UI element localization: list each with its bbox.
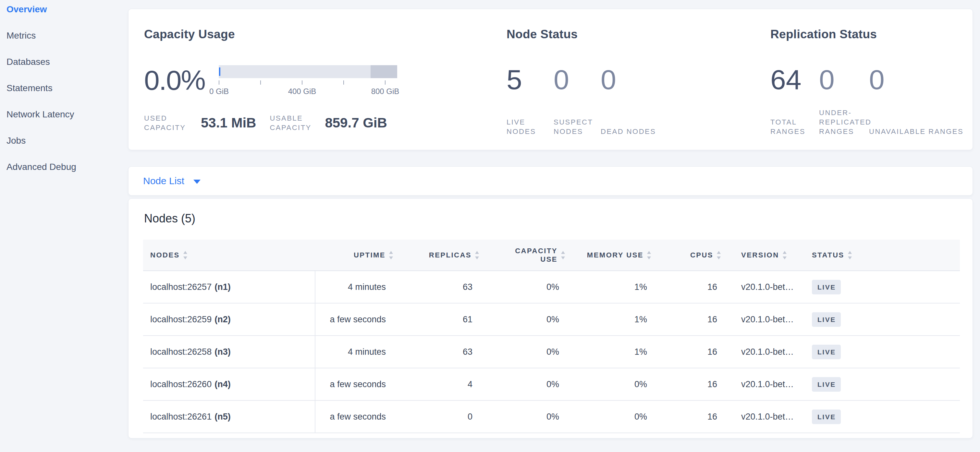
node-address: localhost:26257 [150,282,212,292]
under-replicated-ranges-label: UNDER-REPLICATED RANGES [819,108,869,136]
cpus-cell: 16 [652,401,722,433]
node-id: (n3) [215,347,231,357]
chevron-down-icon [193,180,200,184]
status-badge: LIVE [812,345,841,359]
column-header-cpus[interactable]: CPUS [652,251,722,260]
sidebar-item-databases[interactable]: Databases [6,56,76,67]
uptime-cell: a few seconds [315,368,395,400]
status-badge: LIVE [812,280,841,294]
status-badge: LIVE [812,409,841,424]
node-cell: localhost:26257 (n1) [143,271,315,303]
sort-icon [647,251,651,260]
table-row: localhost:26260 (n4) a few seconds 4 0% … [143,368,960,401]
replicas-cell: 63 [395,336,480,368]
node-status-labels: LIVE NODES SUSPECT NODES DEAD NODES [507,106,656,136]
nodes-table-header: NODES UPTIME REPLICAS CAPACITY USE MEMOR… [143,239,960,271]
replication-values: 64 0 0 [770,65,885,94]
sort-icon [389,251,393,260]
gauge-tick-600gib [343,81,344,85]
version-cell: v20.1.0-bet… [722,303,805,335]
node-address-link[interactable]: localhost:26261 (n5) [150,412,231,422]
capacity-use-cell: 0% [480,271,566,303]
sort-icon [783,251,787,260]
column-header-version[interactable]: VERSION [722,251,805,260]
node-address: localhost:26259 [150,314,212,325]
nodes-table-title: Nodes (5) [144,212,195,225]
sidebar-item-metrics[interactable]: Metrics [6,30,76,41]
capacity-usage-title: Capacity Usage [144,27,235,41]
column-header-nodes[interactable]: NODES [143,251,315,260]
sort-icon [848,251,852,260]
gauge-tick-200gib [260,81,261,85]
cpus-cell: 16 [652,368,722,400]
nodes-table-card: Nodes (5) NODES UPTIME REPLICAS CAPACITY… [128,198,973,438]
gauge-tick-400gib [302,81,302,85]
dead-nodes-label: DEAD NODES [601,127,656,136]
sidebar-item-network-latency[interactable]: Network Latency [6,109,76,120]
status-cell: LIVE [805,368,960,400]
sidebar-item-jobs[interactable]: Jobs [6,135,76,146]
version-cell: v20.1.0-bet… [722,336,805,368]
sidebar-item-statements[interactable]: Statements [6,83,76,94]
version-cell: v20.1.0-bet… [722,401,805,433]
table-row: localhost:26259 (n2) a few seconds 61 0%… [143,303,960,336]
node-list-dropdown[interactable]: Node List [143,175,200,186]
column-header-uptime[interactable]: UPTIME [315,251,395,260]
node-address: localhost:26258 [150,347,212,357]
cpus-cell: 16 [652,303,722,335]
node-list-dropdown-label: Node List [143,175,184,186]
cpus-cell: 16 [652,336,722,368]
node-status-title: Node Status [507,27,578,41]
node-address-link[interactable]: localhost:26260 (n4) [150,379,231,389]
table-row: localhost:26258 (n3) 4 minutes 63 0% 1% … [143,336,960,368]
replication-status-section: Replication Status 64 0 0 TOTAL RANGES U… [770,9,972,150]
column-header-memory-use[interactable]: MEMORY USE [566,251,652,260]
uptime-cell: 4 minutes [315,271,395,303]
capacity-gauge-bar [219,65,397,78]
capacity-use-cell: 0% [480,336,566,368]
status-cell: LIVE [805,303,960,335]
sort-icon [475,251,479,260]
node-address: localhost:26260 [150,379,212,389]
node-cell: localhost:26260 (n4) [143,368,315,400]
gauge-tick-800gib [385,81,385,85]
capacity-use-cell: 0% [480,401,566,433]
capacity-use-cell: 0% [480,368,566,400]
sidebar-item-overview[interactable]: Overview [6,4,76,15]
table-row: localhost:26257 (n1) 4 minutes 63 0% 1% … [143,271,960,303]
node-id: (n2) [215,314,231,325]
node-address-link[interactable]: localhost:26259 (n2) [150,314,231,325]
sidebar-item-advanced-debug[interactable]: Advanced Debug [6,162,76,173]
replicas-cell: 0 [395,401,480,433]
node-address-link[interactable]: localhost:26257 (n1) [150,282,231,292]
capacity-gauge-reserved-segment [371,65,398,78]
used-capacity-label: USED CAPACITY [144,114,193,132]
memory-use-cell: 1% [566,271,652,303]
memory-use-cell: 1% [566,303,652,335]
dead-nodes-count: 0 [601,65,616,94]
uptime-cell: a few seconds [315,303,395,335]
column-header-status[interactable]: STATUS [805,251,960,260]
sort-icon [183,251,188,260]
node-address-link[interactable]: localhost:26258 (n3) [150,347,231,357]
node-cell: localhost:26259 (n2) [143,303,315,335]
replicas-cell: 63 [395,271,480,303]
capacity-usage-section: Capacity Usage 0.0% 0 GiB 400 GiB 800 Gi… [144,9,504,150]
replication-labels: TOTAL RANGES UNDER-REPLICATED RANGES UNA… [770,106,963,136]
column-header-capacity-use[interactable]: CAPACITY USE [480,247,566,263]
node-status-values: 5 0 0 [507,65,616,94]
column-label: CPUS [690,251,713,259]
suspect-nodes-label: SUSPECT NODES [554,117,601,136]
column-header-replicas[interactable]: REPLICAS [395,251,480,260]
total-ranges-label: TOTAL RANGES [770,117,819,136]
status-badge: LIVE [812,377,841,392]
sort-icon [716,251,721,260]
status-badge: LIVE [812,312,841,327]
memory-use-cell: 1% [566,336,652,368]
under-replicated-ranges-count: 0 [819,65,869,94]
column-label: NODES [150,251,180,259]
status-cell: LIVE [805,401,960,433]
suspect-nodes-count: 0 [554,65,601,94]
replication-status-title: Replication Status [770,27,877,41]
node-id: (n5) [215,412,231,422]
